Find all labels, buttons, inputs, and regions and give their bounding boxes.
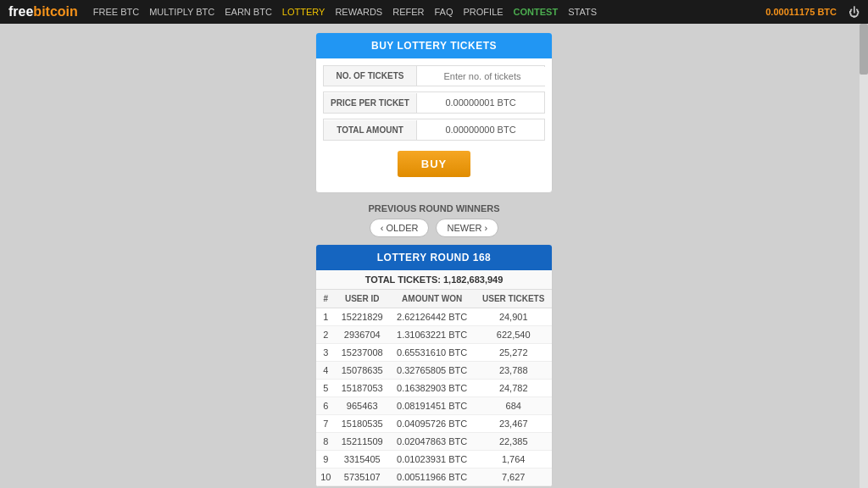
cell-amount-won: 0.08191451 BTC: [389, 397, 475, 415]
table-row: 7 15180535 0.04095726 BTC 23,467: [316, 415, 552, 433]
scrollbar-thumb[interactable]: [860, 24, 868, 75]
cell-user-tickets: 24,901: [475, 308, 552, 326]
total-amount-value: 0.00000000 BTC: [417, 119, 544, 140]
nav-refer[interactable]: REFER: [392, 7, 424, 17]
cell-amount-won: 0.16382903 BTC: [389, 380, 475, 397]
cell-user-id: 15187053: [336, 380, 389, 397]
cell-rank: 4: [316, 362, 336, 380]
brand-bitcoin: bitcoin: [33, 4, 77, 19]
cell-amount-won: 2.62126442 BTC: [389, 308, 475, 326]
table-row: 3 15237008 0.65531610 BTC 25,272: [316, 344, 552, 362]
table-row: 2 2936704 1.31063221 BTC 622,540: [316, 326, 552, 344]
cell-rank: 5: [316, 380, 336, 397]
table-row: 4 15078635 0.32765805 BTC 23,788: [316, 362, 552, 380]
table-row: 9 3315405 0.01023931 BTC 1,764: [316, 451, 552, 469]
price-per-ticket-label: PRICE PER TICKET: [324, 93, 417, 113]
cell-user-tickets: 24,782: [475, 380, 552, 397]
cell-user-tickets: 684: [475, 397, 552, 415]
center-column: BUY LOTTERY TICKETS NO. OF TICKETS PRICE…: [315, 32, 553, 480]
cell-amount-won: 0.01023931 BTC: [389, 451, 475, 469]
col-user-tickets: USER TICKETS: [475, 290, 552, 308]
cell-user-id: 5735107: [336, 469, 389, 486]
cell-user-tickets: 1,764: [475, 451, 552, 469]
cell-amount-won: 0.02047863 BTC: [389, 433, 475, 451]
newer-button[interactable]: NEWER ›: [436, 219, 498, 237]
buy-button-wrap: BUY: [323, 146, 545, 186]
cell-user-id: 15078635: [336, 362, 389, 380]
cell-user-id: 2936704: [336, 326, 389, 344]
nav-multiply-btc[interactable]: MULTIPLY BTC: [149, 7, 214, 17]
cell-user-tickets: 7,627: [475, 469, 552, 486]
cell-rank: 10: [316, 469, 336, 486]
cell-amount-won: 0.04095726 BTC: [389, 415, 475, 433]
cell-amount-won: 0.00511966 BTC: [389, 469, 475, 486]
buy-button[interactable]: BUY: [398, 151, 470, 177]
nav-stats[interactable]: STATS: [568, 7, 597, 17]
nav-contest[interactable]: CONTEST: [514, 7, 559, 17]
cell-rank: 8: [316, 433, 336, 451]
nav-earn-btc[interactable]: EARN BTC: [225, 7, 272, 17]
nav-rewards[interactable]: REWARDS: [335, 7, 382, 17]
buy-lottery-panel: BUY LOTTERY TICKETS NO. OF TICKETS PRICE…: [315, 32, 553, 193]
table-header-row: # USER ID AMOUNT WON USER TICKETS: [316, 290, 552, 308]
cell-rank: 3: [316, 344, 336, 362]
total-amount-label: TOTAL AMOUNT: [324, 120, 417, 140]
cell-user-id: 965463: [336, 397, 389, 415]
table-row: 6 965463 0.08191451 BTC 684: [316, 397, 552, 415]
cell-rank: 7: [316, 415, 336, 433]
cell-user-id: 15180535: [336, 415, 389, 433]
cell-user-id: 15237008: [336, 344, 389, 362]
col-user-id: USER ID: [336, 290, 389, 308]
scrollbar[interactable]: [860, 24, 868, 488]
cell-user-tickets: 622,540: [475, 326, 552, 344]
top-navigation: freebitcoin FREE BTC MULTIPLY BTC EARN B…: [0, 0, 868, 24]
no-of-tickets-input[interactable]: [417, 67, 548, 86]
cell-rank: 9: [316, 451, 336, 469]
brand-free: free: [8, 4, 33, 19]
winners-table: # USER ID AMOUNT WON USER TICKETS 1 1522…: [316, 290, 552, 486]
buy-form: NO. OF TICKETS PRICE PER TICKET 0.000000…: [316, 58, 552, 192]
cell-user-id: 15211509: [336, 433, 389, 451]
power-icon[interactable]: ⏻: [849, 6, 860, 19]
table-row: 8 15211509 0.02047863 BTC 22,385: [316, 433, 552, 451]
nav-links: FREE BTC MULTIPLY BTC EARN BTC LOTTERY R…: [93, 7, 754, 17]
col-rank: #: [316, 290, 336, 308]
table-row: 10 5735107 0.00511966 BTC 7,627: [316, 469, 552, 486]
cell-user-id: 3315405: [336, 451, 389, 469]
lottery-table-panel: LOTTERY ROUND 168 TOTAL TICKETS: 1,182,6…: [315, 244, 553, 487]
nav-faq[interactable]: FAQ: [435, 7, 453, 17]
pagination-buttons: ‹ OLDER NEWER ›: [315, 219, 553, 237]
cell-user-tickets: 22,385: [475, 433, 552, 451]
table-row: 1 15221829 2.62126442 BTC 24,901: [316, 308, 552, 326]
total-tickets-display: TOTAL TICKETS: 1,182,683,949: [316, 270, 552, 290]
previous-winners-section: PREVIOUS ROUND WINNERS ‹ OLDER NEWER ›: [315, 203, 553, 237]
table-row: 5 15187053 0.16382903 BTC 24,782: [316, 380, 552, 397]
cell-rank: 6: [316, 397, 336, 415]
cell-user-tickets: 25,272: [475, 344, 552, 362]
nav-free-btc[interactable]: FREE BTC: [93, 7, 139, 17]
cell-user-tickets: 23,467: [475, 415, 552, 433]
prev-winners-title: PREVIOUS ROUND WINNERS: [315, 203, 553, 214]
cell-rank: 1: [316, 308, 336, 326]
cell-user-id: 15221829: [336, 308, 389, 326]
nav-lottery[interactable]: LOTTERY: [282, 7, 326, 17]
cell-rank: 2: [316, 326, 336, 344]
nav-profile[interactable]: PROFILE: [464, 7, 504, 17]
cell-amount-won: 1.31063221 BTC: [389, 326, 475, 344]
price-per-ticket-value: 0.00000001 BTC: [417, 92, 544, 113]
cell-amount-won: 0.65531610 BTC: [389, 344, 475, 362]
no-of-tickets-label: NO. OF TICKETS: [324, 66, 417, 86]
balance-display: 0.00011175 BTC: [765, 7, 837, 17]
cell-user-tickets: 23,788: [475, 362, 552, 380]
col-amount-won: AMOUNT WON: [389, 290, 475, 308]
older-button[interactable]: ‹ OLDER: [370, 219, 430, 237]
cell-amount-won: 0.32765805 BTC: [389, 362, 475, 380]
main-content: BUY LOTTERY TICKETS NO. OF TICKETS PRICE…: [0, 24, 868, 488]
total-amount-row: TOTAL AMOUNT 0.00000000 BTC: [323, 119, 545, 141]
lottery-round-header: LOTTERY ROUND 168: [316, 245, 552, 270]
buy-panel-header: BUY LOTTERY TICKETS: [316, 33, 552, 58]
no-of-tickets-row: NO. OF TICKETS: [323, 65, 545, 86]
brand-logo[interactable]: freebitcoin: [8, 4, 78, 19]
price-per-ticket-row: PRICE PER TICKET 0.00000001 BTC: [323, 92, 545, 114]
